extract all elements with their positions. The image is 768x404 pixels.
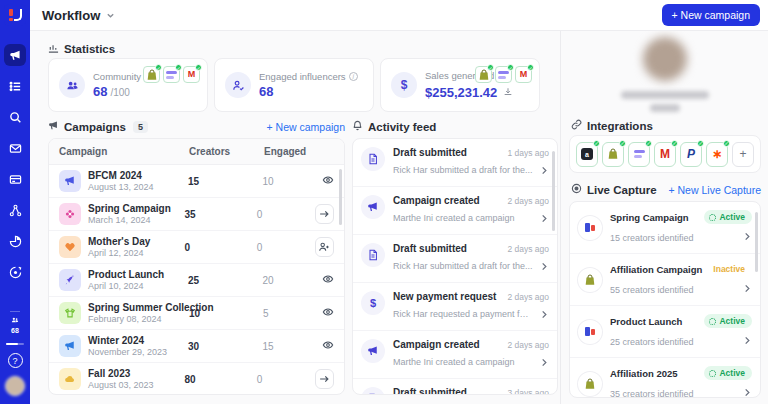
capture-sub: 15 creators identified <box>610 233 694 243</box>
live-capture-item[interactable]: Spring Campaign Active 15 creators ident… <box>570 202 760 254</box>
chevron-right-icon[interactable] <box>540 161 549 179</box>
page-title[interactable]: Workflow <box>42 8 100 23</box>
live-capture-item[interactable]: Affiliation Campaign Inactive 55 creator… <box>570 254 760 306</box>
main-content: Statistics Community i 68 /100 ✓✓M✓ Enga… <box>30 31 560 404</box>
sidebar-item-search[interactable] <box>4 106 26 128</box>
activity-desc: Marthe Ini created a campaign <box>393 213 515 223</box>
creators-count: 30 <box>188 341 262 352</box>
chevron-right-icon[interactable] <box>540 257 549 275</box>
community-counter[interactable]: 68 <box>10 311 20 335</box>
eye-icon[interactable] <box>322 339 334 353</box>
shopify-integration-icon[interactable]: ✓ <box>143 66 160 83</box>
eye-icon[interactable] <box>322 273 334 287</box>
live-capture-item[interactable]: Product Launch Active 25 creators identi… <box>570 306 760 358</box>
engaged-count: 15 <box>262 341 322 352</box>
campaign-row[interactable]: Spring Campaign March 14, 2024 35 0 <box>49 198 344 231</box>
live-capture-item[interactable]: Affiliation 2025 Active 35 creators iden… <box>570 358 760 398</box>
chevron-right-icon[interactable] <box>743 383 752 398</box>
users-mini-icon <box>10 318 20 325</box>
users-icon <box>59 72 85 98</box>
campaign-name: Fall 2023 <box>88 368 154 379</box>
activity-item[interactable]: $ New payment request 2 days ago Rick Ha… <box>353 283 557 331</box>
campaign-row[interactable]: Mother's Day April 12, 2024 0 0 <box>49 231 344 264</box>
chevron-right-icon[interactable] <box>743 227 752 245</box>
arrow-icon[interactable] <box>315 369 334 389</box>
sidebar-item-pie[interactable] <box>4 230 26 252</box>
sidebar-item-network[interactable] <box>4 199 26 221</box>
stripe-integration-icon[interactable]: ✓ <box>628 142 650 167</box>
activity-item[interactable]: Draft submitted 2 days ago Rick Har subm… <box>353 235 557 283</box>
col-engaged: Engaged <box>264 146 324 157</box>
topbar: Workflow + New campaign <box>30 0 768 31</box>
widget-source-icon <box>578 216 602 240</box>
campaign-row[interactable]: Fall 2023 August 03, 2023 80 0 <box>49 363 344 395</box>
activity-item[interactable]: Campaign created 2 days ago Marthe Ini c… <box>353 187 557 235</box>
app-logo[interactable] <box>0 0 30 30</box>
chevron-right-icon[interactable] <box>540 305 549 323</box>
chevron-right-icon[interactable] <box>743 279 752 297</box>
user-avatar[interactable] <box>5 376 25 396</box>
chevron-right-icon[interactable] <box>540 353 549 371</box>
chevron-right-icon[interactable] <box>743 331 752 349</box>
capture-icon <box>571 183 582 196</box>
magento-integration-icon[interactable]: M✓ <box>515 66 532 83</box>
activity-item[interactable]: Draft submitted 1 days ago Rick Har subm… <box>353 139 557 187</box>
magento-integration-icon[interactable]: M✓ <box>183 66 200 83</box>
chevron-right-icon[interactable] <box>540 209 549 227</box>
campaign-date: March 14, 2024 <box>88 215 171 225</box>
eye-icon[interactable] <box>322 306 334 320</box>
campaign-row[interactable]: Product Launch April 10, 2024 25 20 <box>49 264 344 297</box>
user-profile[interactable] <box>561 31 768 115</box>
new-campaign-link[interactable]: + New campaign <box>267 121 346 133</box>
check-badge-icon: ✓ <box>671 140 678 147</box>
activity-item[interactable]: Draft submitted 3 days ago Rick Har subm… <box>353 379 557 395</box>
widget-source-icon <box>578 320 602 344</box>
zapier-integration-icon[interactable]: ∗✓ <box>706 142 728 167</box>
live-capture-header: Live Capture + New Live Capture <box>571 183 761 196</box>
stripe-integration-icon[interactable]: ✓ <box>495 66 512 83</box>
stat-card: Engaged influencers i 68 <box>214 58 374 112</box>
download-icon[interactable] <box>503 83 513 101</box>
campaign-row[interactable]: Winter 2024 November 29, 2023 30 15 <box>49 330 344 363</box>
sidebar-item-card[interactable] <box>4 168 26 190</box>
sidebar-item-capture[interactable] <box>4 261 26 283</box>
campaign-row[interactable]: Spring Summer Collection February 08, 20… <box>49 297 344 330</box>
rocket-icon <box>59 269 81 291</box>
campaigns-table-header: Campaign Creators Engaged <box>49 139 344 165</box>
new-campaign-button[interactable]: + New campaign <box>662 4 761 26</box>
magento-integration-icon[interactable]: M✓ <box>654 142 676 167</box>
shopify-integration-icon[interactable]: ✓ <box>475 66 492 83</box>
sidebar-item-list[interactable] <box>4 75 26 97</box>
statistics-cards: Community i 68 /100 ✓✓M✓ Engaged influen… <box>48 58 540 112</box>
community-count-label: 68 <box>10 327 20 335</box>
new-live-capture-link[interactable]: + New Live Capture <box>668 184 761 196</box>
add-integration-button[interactable]: + <box>732 142 754 167</box>
campaign-row[interactable]: BFCM 2024 August 13, 2024 15 10 <box>49 165 344 198</box>
sidebar-item-megaphone[interactable] <box>4 44 26 66</box>
darkapp-integration-icon[interactable]: a✓ <box>576 142 598 167</box>
stripe-integration-icon[interactable]: ✓ <box>163 66 180 83</box>
activity-scrollbar[interactable] <box>552 151 555 231</box>
activity-item[interactable]: Campaign created 2 days ago Marthe Ini c… <box>353 331 557 379</box>
info-icon[interactable]: i <box>349 72 358 81</box>
user-plus-icon[interactable] <box>315 237 334 257</box>
help-button[interactable]: ? <box>8 353 23 368</box>
shopify-integration-icon[interactable]: ✓ <box>602 142 624 167</box>
activity-time: 2 days ago <box>507 292 549 302</box>
shirt-icon <box>59 302 81 324</box>
shopify-source-icon <box>578 372 602 396</box>
campaigns-scrollbar[interactable] <box>339 169 342 225</box>
arrow-icon[interactable] <box>315 204 334 224</box>
capture-name: Product Launch <box>610 316 682 327</box>
paypal-integration-icon[interactable]: P✓ <box>680 142 702 167</box>
megaphone-icon <box>361 195 385 219</box>
megaphone-icon <box>48 120 59 133</box>
engaged-count: 20 <box>262 275 322 286</box>
sidebar-item-mail[interactable] <box>4 137 26 159</box>
engaged-count: 0 <box>257 209 315 220</box>
eye-icon[interactable] <box>322 174 334 188</box>
capture-name: Affiliation Campaign <box>610 264 702 275</box>
live-capture-scrollbar[interactable] <box>755 212 758 272</box>
chevron-down-icon[interactable] <box>106 6 115 24</box>
dollar-icon: $ <box>391 72 417 98</box>
